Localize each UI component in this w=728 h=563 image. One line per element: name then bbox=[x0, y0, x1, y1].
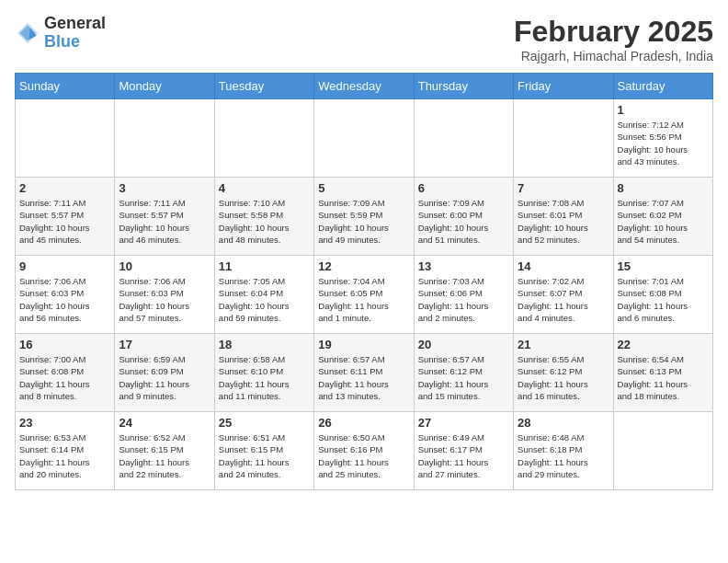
day-number: 13 bbox=[418, 259, 509, 273]
day-info: Sunrise: 7:05 AM Sunset: 6:04 PM Dayligh… bbox=[219, 275, 310, 324]
logo-general: General bbox=[44, 15, 106, 33]
day-info: Sunrise: 7:09 AM Sunset: 5:59 PM Dayligh… bbox=[318, 197, 409, 246]
day-info: Sunrise: 6:54 AM Sunset: 6:13 PM Dayligh… bbox=[618, 353, 709, 402]
calendar-cell: 12Sunrise: 7:04 AM Sunset: 6:05 PM Dayli… bbox=[314, 256, 414, 334]
calendar-cell: 17Sunrise: 6:59 AM Sunset: 6:09 PM Dayli… bbox=[115, 334, 214, 412]
day-info: Sunrise: 6:59 AM Sunset: 6:09 PM Dayligh… bbox=[119, 353, 210, 402]
day-info: Sunrise: 6:53 AM Sunset: 6:14 PM Dayligh… bbox=[19, 431, 110, 480]
calendar-cell bbox=[414, 99, 513, 178]
calendar-week-2: 2Sunrise: 7:11 AM Sunset: 5:57 PM Daylig… bbox=[16, 178, 713, 256]
calendar-cell: 27Sunrise: 6:49 AM Sunset: 6:17 PM Dayli… bbox=[414, 412, 513, 490]
day-info: Sunrise: 7:10 AM Sunset: 5:58 PM Dayligh… bbox=[219, 197, 310, 246]
weekday-header-tuesday: Tuesday bbox=[214, 74, 313, 99]
calendar-cell: 5Sunrise: 7:09 AM Sunset: 5:59 PM Daylig… bbox=[314, 178, 414, 256]
calendar-cell: 2Sunrise: 7:11 AM Sunset: 5:57 PM Daylig… bbox=[16, 178, 115, 256]
weekday-header-sunday: Sunday bbox=[16, 74, 115, 99]
day-info: Sunrise: 6:57 AM Sunset: 6:12 PM Dayligh… bbox=[418, 353, 509, 402]
calendar-cell bbox=[214, 99, 313, 178]
calendar-cell: 25Sunrise: 6:51 AM Sunset: 6:15 PM Dayli… bbox=[214, 412, 313, 490]
calendar-cell: 24Sunrise: 6:52 AM Sunset: 6:15 PM Dayli… bbox=[115, 412, 214, 490]
day-number: 5 bbox=[318, 181, 409, 195]
day-number: 26 bbox=[318, 416, 409, 430]
logo-text: General Blue bbox=[44, 15, 106, 52]
day-info: Sunrise: 7:11 AM Sunset: 5:57 PM Dayligh… bbox=[119, 197, 210, 246]
day-info: Sunrise: 6:57 AM Sunset: 6:11 PM Dayligh… bbox=[318, 353, 409, 402]
calendar-cell bbox=[115, 99, 214, 178]
day-number: 24 bbox=[119, 416, 210, 430]
weekday-header-row: SundayMondayTuesdayWednesdayThursdayFrid… bbox=[16, 74, 713, 99]
weekday-header-monday: Monday bbox=[115, 74, 214, 99]
calendar-cell: 8Sunrise: 7:07 AM Sunset: 6:02 PM Daylig… bbox=[613, 178, 712, 256]
calendar-cell: 23Sunrise: 6:53 AM Sunset: 6:14 PM Dayli… bbox=[16, 412, 115, 490]
title-block: February 2025 Rajgarh, Himachal Pradesh,… bbox=[514, 15, 713, 63]
day-number: 19 bbox=[318, 338, 409, 351]
weekday-header-wednesday: Wednesday bbox=[314, 74, 414, 99]
day-number: 8 bbox=[618, 181, 709, 195]
logo: General Blue bbox=[15, 15, 106, 52]
calendar-cell bbox=[314, 99, 414, 178]
calendar-cell: 19Sunrise: 6:57 AM Sunset: 6:11 PM Dayli… bbox=[314, 334, 414, 412]
calendar-cell: 20Sunrise: 6:57 AM Sunset: 6:12 PM Dayli… bbox=[414, 334, 513, 412]
calendar-cell bbox=[613, 412, 712, 490]
day-info: Sunrise: 7:04 AM Sunset: 6:05 PM Dayligh… bbox=[318, 275, 409, 324]
calendar-cell: 1Sunrise: 7:12 AM Sunset: 5:56 PM Daylig… bbox=[613, 99, 712, 178]
calendar-cell: 10Sunrise: 7:06 AM Sunset: 6:03 PM Dayli… bbox=[115, 256, 214, 334]
day-info: Sunrise: 7:09 AM Sunset: 6:00 PM Dayligh… bbox=[418, 197, 509, 246]
day-info: Sunrise: 6:51 AM Sunset: 6:15 PM Dayligh… bbox=[219, 431, 310, 480]
day-info: Sunrise: 7:02 AM Sunset: 6:07 PM Dayligh… bbox=[518, 275, 609, 324]
day-info: Sunrise: 7:07 AM Sunset: 6:02 PM Dayligh… bbox=[618, 197, 709, 246]
calendar-cell: 14Sunrise: 7:02 AM Sunset: 6:07 PM Dayli… bbox=[514, 256, 613, 334]
calendar-cell: 22Sunrise: 6:54 AM Sunset: 6:13 PM Dayli… bbox=[613, 334, 712, 412]
day-number: 11 bbox=[219, 259, 310, 273]
calendar-cell: 6Sunrise: 7:09 AM Sunset: 6:00 PM Daylig… bbox=[414, 178, 513, 256]
day-number: 15 bbox=[618, 259, 709, 273]
day-number: 21 bbox=[518, 338, 609, 351]
day-info: Sunrise: 7:03 AM Sunset: 6:06 PM Dayligh… bbox=[418, 275, 509, 324]
calendar-cell: 13Sunrise: 7:03 AM Sunset: 6:06 PM Dayli… bbox=[414, 256, 513, 334]
day-info: Sunrise: 7:08 AM Sunset: 6:01 PM Dayligh… bbox=[518, 197, 609, 246]
location-subtitle: Rajgarh, Himachal Pradesh, India bbox=[514, 49, 713, 63]
calendar-cell bbox=[16, 99, 115, 178]
day-number: 2 bbox=[19, 181, 110, 195]
day-number: 10 bbox=[119, 259, 210, 273]
day-number: 1 bbox=[618, 103, 709, 117]
calendar-cell: 26Sunrise: 6:50 AM Sunset: 6:16 PM Dayli… bbox=[314, 412, 414, 490]
month-year-title: February 2025 bbox=[514, 15, 713, 49]
day-number: 3 bbox=[119, 181, 210, 195]
weekday-header-saturday: Saturday bbox=[613, 74, 712, 99]
day-number: 16 bbox=[19, 338, 110, 351]
day-info: Sunrise: 6:55 AM Sunset: 6:12 PM Dayligh… bbox=[518, 353, 609, 402]
calendar-cell: 7Sunrise: 7:08 AM Sunset: 6:01 PM Daylig… bbox=[514, 178, 613, 256]
day-number: 14 bbox=[518, 259, 609, 273]
calendar-week-5: 23Sunrise: 6:53 AM Sunset: 6:14 PM Dayli… bbox=[16, 412, 713, 490]
calendar-cell: 16Sunrise: 7:00 AM Sunset: 6:08 PM Dayli… bbox=[16, 334, 115, 412]
weekday-header-thursday: Thursday bbox=[414, 74, 513, 99]
calendar-cell: 15Sunrise: 7:01 AM Sunset: 6:08 PM Dayli… bbox=[613, 256, 712, 334]
day-number: 6 bbox=[418, 181, 509, 195]
calendar-cell: 11Sunrise: 7:05 AM Sunset: 6:04 PM Dayli… bbox=[214, 256, 313, 334]
day-info: Sunrise: 6:58 AM Sunset: 6:10 PM Dayligh… bbox=[219, 353, 310, 402]
day-number: 25 bbox=[219, 416, 310, 430]
day-info: Sunrise: 6:49 AM Sunset: 6:17 PM Dayligh… bbox=[418, 431, 509, 480]
calendar-cell: 4Sunrise: 7:10 AM Sunset: 5:58 PM Daylig… bbox=[214, 178, 313, 256]
day-number: 12 bbox=[318, 259, 409, 273]
day-info: Sunrise: 6:52 AM Sunset: 6:15 PM Dayligh… bbox=[119, 431, 210, 480]
day-info: Sunrise: 7:12 AM Sunset: 5:56 PM Dayligh… bbox=[618, 119, 709, 167]
day-number: 17 bbox=[119, 338, 210, 351]
day-info: Sunrise: 7:01 AM Sunset: 6:08 PM Dayligh… bbox=[618, 275, 709, 324]
calendar-cell: 18Sunrise: 6:58 AM Sunset: 6:10 PM Dayli… bbox=[214, 334, 313, 412]
day-number: 9 bbox=[19, 259, 110, 273]
calendar-cell bbox=[514, 99, 613, 178]
page-header: General Blue February 2025 Rajgarh, Hima… bbox=[15, 15, 713, 63]
calendar-cell: 21Sunrise: 6:55 AM Sunset: 6:12 PM Dayli… bbox=[514, 334, 613, 412]
calendar-cell: 28Sunrise: 6:48 AM Sunset: 6:18 PM Dayli… bbox=[514, 412, 613, 490]
day-info: Sunrise: 7:06 AM Sunset: 6:03 PM Dayligh… bbox=[119, 275, 210, 324]
day-info: Sunrise: 7:11 AM Sunset: 5:57 PM Dayligh… bbox=[19, 197, 110, 246]
calendar-week-4: 16Sunrise: 7:00 AM Sunset: 6:08 PM Dayli… bbox=[16, 334, 713, 412]
calendar-cell: 3Sunrise: 7:11 AM Sunset: 5:57 PM Daylig… bbox=[115, 178, 214, 256]
day-info: Sunrise: 6:48 AM Sunset: 6:18 PM Dayligh… bbox=[518, 431, 609, 480]
logo-icon bbox=[15, 20, 40, 46]
day-number: 22 bbox=[618, 338, 709, 351]
logo-blue: Blue bbox=[44, 33, 106, 52]
day-info: Sunrise: 7:00 AM Sunset: 6:08 PM Dayligh… bbox=[19, 353, 110, 402]
